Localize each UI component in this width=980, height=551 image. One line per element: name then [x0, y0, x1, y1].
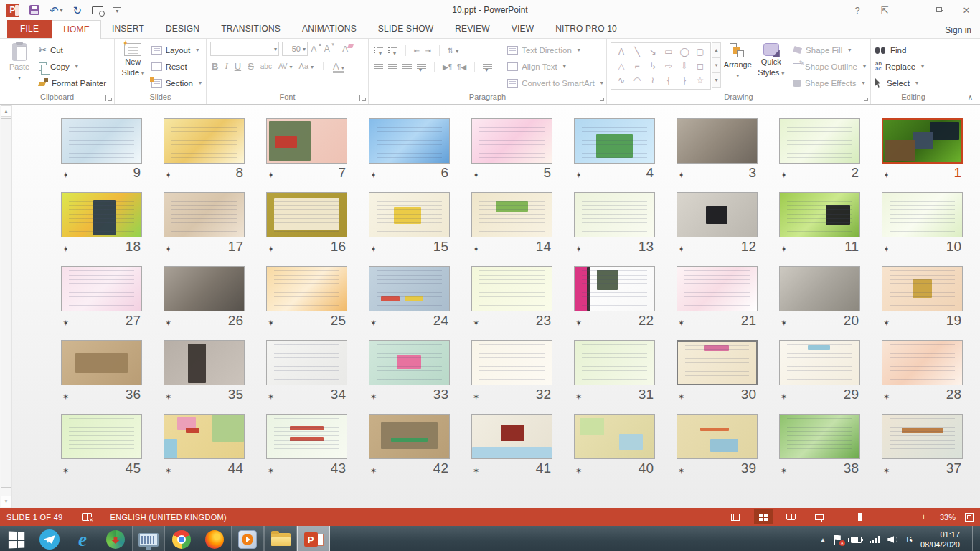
- slide-thumbnail[interactable]: [779, 118, 860, 164]
- shape-option[interactable]: △: [613, 59, 629, 73]
- transition-star-icon[interactable]: ✶: [165, 466, 171, 476]
- slide-thumbnail[interactable]: [471, 340, 552, 385]
- underline-button[interactable]: U: [235, 61, 241, 72]
- scrollbar-thumb[interactable]: [1, 118, 11, 488]
- transition-star-icon[interactable]: ✶: [370, 171, 377, 180]
- slide-thumbnail[interactable]: [677, 192, 758, 237]
- shape-option[interactable]: ▭: [661, 44, 677, 59]
- fit-to-window-icon[interactable]: [965, 513, 974, 522]
- slide-thumbnail[interactable]: [677, 340, 758, 385]
- transition-star-icon[interactable]: ✶: [883, 319, 890, 328]
- collapse-ribbon-icon[interactable]: ∧: [968, 93, 973, 101]
- slide-thumbnail[interactable]: [266, 340, 347, 385]
- bold-button[interactable]: B: [212, 61, 218, 72]
- section-button[interactable]: Section: [149, 75, 204, 91]
- shape-option[interactable]: A: [613, 44, 629, 59]
- slide-thumbnail[interactable]: [369, 340, 450, 385]
- transition-star-icon[interactable]: ✶: [678, 245, 684, 254]
- transition-star-icon[interactable]: ✶: [165, 319, 171, 328]
- reset-button[interactable]: Reset: [149, 58, 204, 75]
- slide-thumbnail[interactable]: [471, 192, 552, 237]
- undo-dropdown-icon[interactable]: ▾: [60, 7, 63, 14]
- taskbar-media-player[interactable]: [231, 526, 264, 551]
- slide-thumbnail[interactable]: [677, 414, 758, 459]
- taskbar-file-explorer[interactable]: [264, 526, 297, 551]
- transition-star-icon[interactable]: ✶: [165, 392, 171, 402]
- network-signal-icon[interactable]: [870, 536, 880, 543]
- input-language-indicator[interactable]: فا: [906, 535, 913, 545]
- shape-fill-button[interactable]: Shape Fill: [791, 42, 868, 58]
- save-icon[interactable]: [29, 5, 39, 15]
- transition-star-icon[interactable]: ✶: [473, 319, 479, 328]
- restore-icon[interactable]: [925, 0, 953, 20]
- customize-qat-icon[interactable]: ▾: [113, 7, 121, 14]
- font-dialog-launcher-icon[interactable]: [359, 95, 366, 101]
- increase-indent-button[interactable]: ⇥: [425, 47, 430, 55]
- transition-star-icon[interactable]: ✶: [575, 171, 582, 180]
- align-left-button[interactable]: [374, 64, 383, 71]
- transition-star-icon[interactable]: ✶: [781, 392, 787, 402]
- transition-star-icon[interactable]: ✶: [370, 245, 377, 254]
- change-case-button[interactable]: Aa: [299, 62, 314, 70]
- character-spacing-button[interactable]: AV: [278, 62, 293, 70]
- transition-star-icon[interactable]: ✶: [62, 319, 69, 328]
- slide-thumbnail[interactable]: [61, 340, 142, 385]
- shape-option[interactable]: ↳: [645, 59, 661, 73]
- new-slide-button[interactable]: New Slide: [117, 40, 149, 92]
- slide-thumbnail[interactable]: [471, 414, 552, 459]
- transition-star-icon[interactable]: ✶: [268, 171, 274, 180]
- slide-thumbnail[interactable]: [779, 266, 860, 311]
- powerpoint-app-icon[interactable]: P: [6, 4, 19, 17]
- transition-star-icon[interactable]: ✶: [370, 392, 377, 402]
- slide-thumbnail[interactable]: [266, 192, 347, 237]
- bullets-button[interactable]: [374, 47, 383, 55]
- transition-star-icon[interactable]: ✶: [473, 392, 479, 402]
- shape-option[interactable]: }: [677, 73, 692, 88]
- tab-review[interactable]: REVIEW: [444, 20, 501, 39]
- transition-star-icon[interactable]: ✶: [165, 245, 171, 254]
- transition-star-icon[interactable]: ✶: [268, 245, 274, 254]
- transition-star-icon[interactable]: ✶: [575, 245, 582, 254]
- find-button[interactable]: Find: [873, 42, 926, 58]
- tab-view[interactable]: VIEW: [501, 20, 545, 39]
- shape-option[interactable]: ╲: [629, 44, 645, 59]
- paste-button[interactable]: Paste ▾: [2, 40, 37, 92]
- vertical-scrollbar[interactable]: ▲ ▼: [0, 105, 12, 508]
- transition-star-icon[interactable]: ✶: [575, 392, 582, 402]
- show-hidden-icons[interactable]: ▲: [820, 537, 826, 543]
- normal-view-button[interactable]: [726, 509, 745, 524]
- tab-home[interactable]: HOME: [52, 20, 101, 39]
- slide-thumbnail[interactable]: [882, 340, 963, 385]
- tab-design[interactable]: DESIGN: [155, 20, 210, 39]
- decrease-indent-button[interactable]: ⇤: [414, 47, 420, 55]
- slide-thumbnail[interactable]: [882, 414, 963, 459]
- slide-thumbnail[interactable]: [574, 192, 655, 237]
- cut-button[interactable]: ✂ Cut: [37, 42, 108, 58]
- transition-star-icon[interactable]: ✶: [781, 319, 787, 328]
- tab-transitions[interactable]: TRANSITIONS: [210, 20, 291, 39]
- language-indicator[interactable]: ENGLISH (UNITED KINGDOM): [110, 513, 227, 522]
- slide-thumbnail[interactable]: [61, 192, 142, 237]
- zoom-out-button[interactable]: −: [838, 512, 844, 522]
- slide-thumbnail[interactable]: [677, 118, 758, 164]
- transition-star-icon[interactable]: ✶: [575, 319, 582, 328]
- transition-star-icon[interactable]: ✶: [781, 466, 787, 476]
- transition-star-icon[interactable]: ✶: [473, 466, 479, 476]
- taskbar-remote-keyboard[interactable]: [132, 526, 165, 551]
- shape-option[interactable]: ☆: [692, 73, 708, 88]
- numbering-button[interactable]: [388, 47, 397, 55]
- taskbar-firefox[interactable]: [198, 526, 231, 551]
- undo-icon[interactable]: ↶: [50, 5, 59, 16]
- shape-option[interactable]: {: [661, 73, 677, 88]
- slide-thumbnail[interactable]: [266, 414, 347, 459]
- line-spacing-button[interactable]: ⇅: [448, 47, 458, 55]
- slide-thumbnail[interactable]: [164, 340, 245, 385]
- slide-thumbnail[interactable]: [574, 414, 655, 459]
- copy-button[interactable]: Copy: [37, 58, 108, 75]
- font-size-combo[interactable]: 50: [282, 42, 308, 56]
- show-desktop-button[interactable]: [972, 526, 977, 551]
- clipboard-dialog-launcher-icon[interactable]: [105, 95, 112, 101]
- font-color-button[interactable]: A: [333, 61, 344, 72]
- convert-to-smartart-button[interactable]: Convert to SmartArt: [505, 75, 606, 91]
- slide-thumbnail[interactable]: [677, 266, 758, 311]
